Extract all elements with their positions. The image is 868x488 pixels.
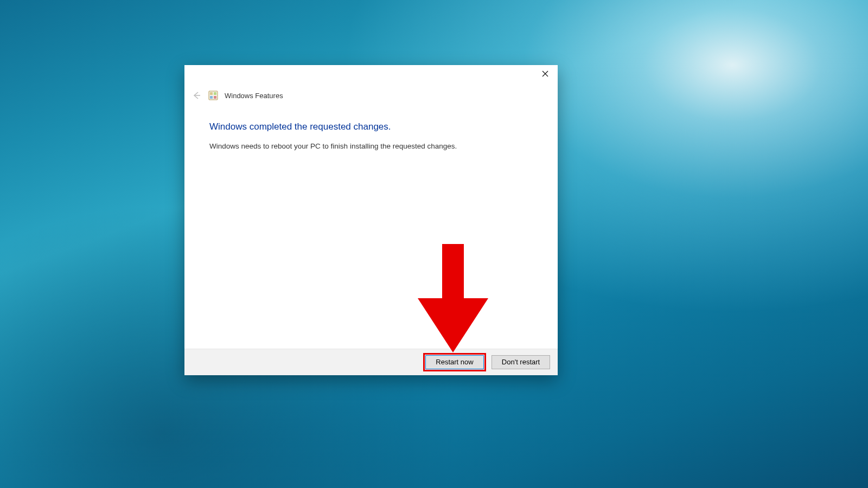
windows-features-dialog: Windows Features Windows completed the r… bbox=[184, 65, 558, 375]
dialog-title: Windows Features bbox=[225, 92, 283, 100]
dialog-message: Windows needs to reboot your PC to finis… bbox=[209, 142, 533, 150]
svg-rect-5 bbox=[214, 92, 216, 95]
dialog-footer: Restart now Don't restart bbox=[184, 349, 558, 375]
arrow-left-icon bbox=[192, 91, 201, 100]
back-button bbox=[191, 90, 202, 101]
windows-features-icon bbox=[208, 91, 218, 100]
svg-rect-6 bbox=[210, 96, 213, 99]
restart-now-button[interactable]: Restart now bbox=[425, 355, 484, 369]
dialog-body: Windows completed the requested changes.… bbox=[184, 103, 558, 349]
dialog-header: Windows Features bbox=[184, 85, 558, 103]
close-button[interactable] bbox=[533, 65, 558, 82]
dont-restart-button[interactable]: Don't restart bbox=[492, 355, 550, 369]
svg-rect-4 bbox=[210, 92, 213, 95]
close-icon bbox=[542, 70, 548, 77]
annotation-highlight: Restart now bbox=[423, 353, 486, 371]
dialog-titlebar bbox=[184, 65, 558, 85]
desktop-wallpaper: Windows Features Windows completed the r… bbox=[0, 0, 868, 488]
svg-rect-7 bbox=[214, 96, 216, 99]
dialog-heading: Windows completed the requested changes. bbox=[209, 121, 533, 132]
